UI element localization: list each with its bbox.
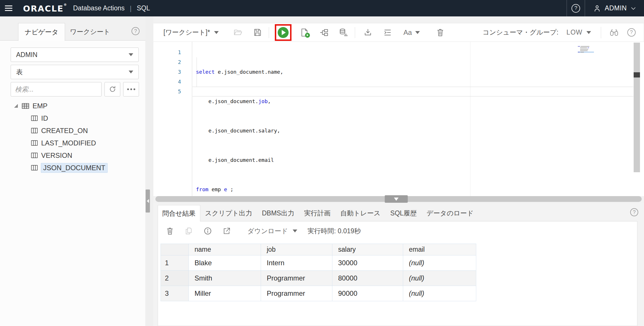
tree-item-label-selected: JSON_DOCUMENT	[41, 163, 107, 173]
results-grid: name job salary email 1 Blake Intern 300…	[161, 244, 476, 301]
collapse-left-icon	[147, 199, 149, 203]
open-in-new-window-button[interactable]	[222, 226, 231, 236]
help-icon	[627, 28, 636, 37]
grid-cell-null[interactable]: (null)	[403, 271, 476, 286]
object-type-select-value: 表	[16, 68, 23, 77]
open-file-button[interactable]	[234, 28, 242, 37]
grid-cell[interactable]: Intern	[261, 255, 332, 271]
tree-item-version[interactable]: VERSION	[0, 149, 145, 162]
grid-cell-null[interactable]: (null)	[403, 286, 476, 301]
consumer-group-select[interactable]: LOW	[567, 29, 591, 36]
discard-results-button[interactable]	[165, 226, 174, 236]
tab-autotrace[interactable]: 自動トレース	[340, 209, 381, 218]
tab-explain-plan[interactable]: 実行計画	[304, 209, 331, 218]
grid-cell[interactable]: 30000	[332, 255, 403, 271]
caret-down-icon	[415, 31, 420, 34]
download-editor-button[interactable]	[364, 28, 372, 37]
grid-cell[interactable]: Miller	[189, 286, 261, 301]
explain-plan-button[interactable]	[320, 28, 328, 37]
caret-down-icon	[129, 71, 133, 73]
download-icon	[364, 28, 372, 37]
format-button[interactable]	[383, 28, 392, 37]
query-result-content: ダウンロード 実行時間: 0.019秒 name job salary emai…	[158, 221, 637, 326]
tab-script-output[interactable]: スクリプト出力	[205, 209, 252, 218]
results-splitter-handle[interactable]	[385, 195, 408, 203]
grid-cell[interactable]: 90000	[332, 286, 403, 301]
more-options-button[interactable]	[123, 82, 139, 96]
grid-header-job[interactable]: job	[261, 244, 332, 255]
run-statement-button-highlighted[interactable]	[275, 24, 291, 41]
save-button[interactable]	[253, 28, 262, 37]
tab-query-result[interactable]: 問合せ結果	[158, 205, 200, 221]
sidebar-splitter[interactable]	[145, 16, 153, 326]
results-splitter[interactable]	[155, 196, 642, 202]
tree-item-json-document[interactable]: JSON_DOCUMENT	[0, 162, 145, 174]
grid-header-salary[interactable]: salary	[332, 244, 403, 255]
run-script-button[interactable]	[300, 28, 309, 37]
format-icon	[383, 28, 392, 37]
grid-cell-null[interactable]: (null)	[403, 255, 476, 271]
tree-expander-icon[interactable]	[14, 104, 18, 108]
grid-cell[interactable]: 80000	[332, 271, 403, 286]
grid-row: 1 Blake Intern 30000 (null)	[161, 255, 476, 271]
sidebar-splitter-handle[interactable]	[146, 189, 150, 213]
code-line: select e.json_document.name,	[196, 67, 283, 77]
grid-rownum-cell[interactable]: 2	[161, 271, 189, 286]
download-label: ダウンロード	[247, 227, 288, 236]
folder-open-icon	[234, 28, 242, 37]
clear-worksheet-button[interactable]	[436, 28, 445, 37]
font-size-dropdown[interactable]: Aa	[403, 29, 420, 37]
editor-minimap[interactable]	[578, 46, 594, 53]
tab-worksheet[interactable]: ワークシート	[68, 23, 112, 41]
tab-sql-history[interactable]: SQL履歴	[390, 209, 417, 218]
results-tab-strip: 問合せ結果 スクリプト出力 DBMS出力 実行計画 自動トレース SQL履歴 デ…	[158, 205, 631, 221]
results-help-button[interactable]	[630, 208, 638, 216]
editor-scrollbar-thumb[interactable]	[634, 72, 640, 77]
caret-down-icon	[214, 31, 219, 34]
search-input[interactable]	[11, 82, 102, 96]
user-menu[interactable]: ADMIN	[585, 4, 644, 12]
editor-scrollbar[interactable]	[634, 43, 640, 172]
grid-header-email[interactable]: email	[403, 244, 476, 255]
find-button[interactable]	[609, 28, 619, 37]
top-bar: ORACLE® Database Actions | SQL ADMIN	[0, 0, 644, 16]
download-results-dropdown[interactable]: ダウンロード	[247, 227, 297, 236]
grid-cell[interactable]: Programmer	[261, 286, 332, 301]
schema-select-value: ADMIN	[16, 51, 37, 59]
grid-header-row: name job salary email	[161, 244, 476, 255]
refresh-button[interactable]	[104, 82, 120, 96]
worksheet-help-button[interactable]	[626, 28, 636, 37]
grid-cell[interactable]: Smith	[189, 271, 261, 286]
tab-data-load[interactable]: データのロード	[426, 209, 474, 218]
tab-navigator[interactable]: ナビゲータ	[18, 23, 65, 41]
grid-corner-cell[interactable]	[161, 244, 189, 255]
trash-icon	[166, 227, 174, 235]
code-area[interactable]: select e.json_document.name, e.json_docu…	[196, 48, 283, 196]
hamburger-menu-icon[interactable]	[0, 0, 17, 16]
tree-item-emp[interactable]: EMP	[0, 100, 145, 112]
sidebar-help-button[interactable]	[132, 27, 140, 35]
object-type-select[interactable]: 表	[11, 65, 139, 79]
schema-select[interactable]: ADMIN	[11, 48, 139, 62]
run-icon	[278, 27, 289, 38]
info-icon	[204, 227, 212, 235]
grid-header-name[interactable]: name	[189, 244, 261, 255]
consumer-group-value: LOW	[567, 29, 582, 36]
tab-dbms-output[interactable]: DBMS出力	[262, 209, 294, 218]
tree-item-created-on[interactable]: CREATED_ON	[0, 124, 145, 137]
sql-editor[interactable]: 1 2 3 4 5 select e.json_document.name, e…	[153, 42, 644, 196]
grid-rownum-cell[interactable]: 3	[161, 286, 189, 301]
autotrace-button[interactable]	[339, 28, 348, 37]
help-icon	[571, 4, 580, 13]
copy-button[interactable]	[184, 226, 193, 236]
collapse-down-icon	[394, 198, 399, 201]
grid-cell[interactable]: Programmer	[261, 271, 332, 286]
username-label: ADMIN	[605, 4, 627, 12]
grid-cell[interactable]: Blake	[189, 255, 261, 271]
tree-item-last-modified[interactable]: LAST_MODIFIED	[0, 137, 145, 149]
grid-rownum-cell[interactable]: 1	[161, 255, 189, 271]
topbar-help-button[interactable]	[567, 4, 585, 13]
info-button[interactable]	[203, 226, 212, 236]
tree-item-id[interactable]: ID	[0, 112, 145, 124]
worksheet-selector[interactable]: [ワークシート]*	[163, 28, 219, 37]
